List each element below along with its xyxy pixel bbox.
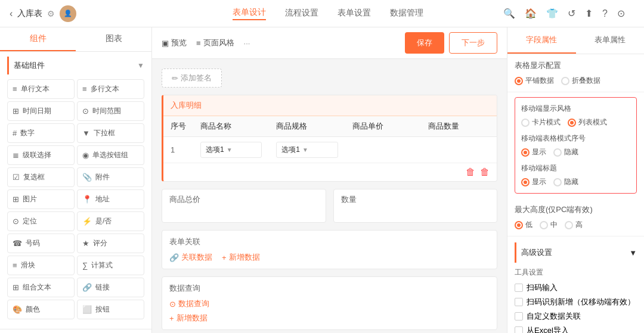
main-area: 组件 图表 基础组件 ▼ ≡ 单行文本 ≡ 多行文本 ⊞ 时间日期 bbox=[0, 27, 644, 333]
component-rating[interactable]: ★ 评分 bbox=[77, 234, 144, 253]
next-button[interactable]: 下一步 bbox=[449, 32, 497, 54]
option-height-high[interactable]: 高 bbox=[565, 220, 583, 230]
settings-icon[interactable]: ⊙ bbox=[617, 8, 625, 19]
row-col1[interactable]: 选项1 ▼ bbox=[193, 137, 269, 163]
component-slider[interactable]: ≡ 滑块 bbox=[7, 256, 75, 275]
nav-tabs: 表单设计 流程设置 表单设置 数据管理 bbox=[141, 7, 515, 20]
component-multi-text[interactable]: ≡ 多行文本 bbox=[77, 79, 144, 99]
component-combo-text[interactable]: ⊞ 组合文本 bbox=[7, 278, 75, 297]
component-radio[interactable]: ◉ 单选按钮组 bbox=[77, 145, 144, 165]
component-link[interactable]: 🔗 链接 bbox=[77, 278, 144, 297]
component-checkbox[interactable]: ☑ 复选框 bbox=[7, 167, 75, 187]
option-label-show[interactable]: 显示 bbox=[521, 177, 546, 187]
checkbox-custom-link-box[interactable] bbox=[515, 312, 523, 320]
tab-form-attr[interactable]: 表单属性 bbox=[576, 27, 645, 54]
radio-fold-data[interactable] bbox=[561, 77, 569, 85]
component-cascade[interactable]: ≣ 级联选择 bbox=[7, 145, 75, 165]
advanced-title[interactable]: 高级设置 ▼ bbox=[515, 242, 637, 263]
tab-data-mgmt[interactable]: 数据管理 bbox=[390, 8, 423, 20]
radio-index-hide[interactable] bbox=[553, 148, 562, 157]
component-time-range[interactable]: ⊙ 时间范围 bbox=[77, 101, 144, 121]
preview-button[interactable]: ▣ 预览 bbox=[162, 38, 187, 48]
tab-form-settings[interactable]: 表单设置 bbox=[338, 8, 371, 20]
radio-label-show[interactable] bbox=[521, 178, 530, 186]
add-data-button[interactable]: + 新增数据 bbox=[222, 252, 260, 263]
option-index-show[interactable]: 显示 bbox=[521, 147, 546, 157]
help-icon[interactable]: ? bbox=[602, 8, 608, 19]
sidebar-section-basic: 基础组件 ▼ bbox=[7, 57, 144, 74]
checkbox-excel-import[interactable]: 从Excel导入 bbox=[515, 325, 637, 333]
option-fold-data[interactable]: 折叠数据 bbox=[561, 76, 600, 86]
form-fields-row: 商品总价 数量 bbox=[162, 189, 497, 223]
option-index-hide[interactable]: 隐藏 bbox=[553, 147, 578, 157]
cascade-icon: ≣ bbox=[13, 151, 19, 160]
product-name-select[interactable]: 选项1 ▼ bbox=[200, 142, 262, 158]
radio-label-hide[interactable] bbox=[553, 178, 562, 186]
checkbox-excel-import-box[interactable] bbox=[515, 326, 523, 333]
option-height-low[interactable]: 低 bbox=[515, 220, 532, 230]
page-style-button[interactable]: ≡ 页面风格 bbox=[196, 38, 234, 48]
table-display-config: 表格显示配置 平铺数据 折叠数据 bbox=[507, 54, 644, 92]
sidebar-tab-charts[interactable]: 图表 bbox=[76, 27, 151, 51]
option-card-mode[interactable]: 卡片模式 bbox=[521, 117, 561, 127]
select-arrow: ▼ bbox=[227, 147, 233, 153]
radio-list-mode[interactable] bbox=[568, 119, 576, 127]
delete-subform-button[interactable]: 🗑 bbox=[480, 167, 490, 178]
radio-height-mid[interactable] bbox=[540, 221, 548, 229]
option-list-mode[interactable]: 列表模式 bbox=[568, 117, 607, 127]
home-icon[interactable]: 🏠 bbox=[525, 8, 537, 19]
checkbox-scan-new[interactable]: 扫码识别新增（仅移动端有效） bbox=[515, 297, 637, 307]
radio-height-low[interactable] bbox=[515, 221, 523, 229]
component-image[interactable]: ⊞ 图片 bbox=[7, 189, 75, 209]
component-datetime[interactable]: ⊞ 时间日期 bbox=[7, 101, 75, 121]
field-quantity-input[interactable] bbox=[341, 208, 490, 217]
add-label-button[interactable]: ✏ 添加签名 bbox=[162, 69, 222, 88]
component-attachment[interactable]: 📎 附件 bbox=[77, 167, 144, 187]
product-spec-select[interactable]: 选项1 ▼ bbox=[276, 142, 338, 158]
option-label-hide[interactable]: 隐藏 bbox=[553, 177, 578, 187]
radio-icon: ◉ bbox=[82, 151, 89, 160]
search-icon[interactable]: 🔍 bbox=[503, 8, 515, 19]
delete-row-button[interactable]: 🗑 bbox=[466, 167, 475, 178]
right-panel-tabs: 字段属性 表单属性 bbox=[507, 27, 644, 54]
tab-form-design[interactable]: 表单设计 bbox=[233, 7, 266, 20]
gear-icon[interactable]: ⚙ bbox=[47, 9, 55, 18]
row-col4 bbox=[421, 145, 497, 155]
row-col2[interactable]: 选项1 ▼ bbox=[269, 137, 345, 163]
field-total-price-input[interactable] bbox=[169, 208, 318, 217]
data-query-button[interactable]: ⊙ 数据查询 bbox=[169, 298, 490, 309]
radio-card-mode[interactable] bbox=[521, 119, 530, 127]
component-single-text[interactable]: ≡ 单行文本 bbox=[7, 79, 75, 99]
checkbox-scan-new-box[interactable] bbox=[515, 298, 523, 306]
component-button[interactable]: ⬜ 按钮 bbox=[77, 300, 144, 319]
option-height-mid[interactable]: 中 bbox=[540, 220, 558, 230]
component-phone[interactable]: ☎ 号码 bbox=[7, 234, 75, 253]
component-address[interactable]: 📍 地址 bbox=[77, 189, 144, 209]
add-new-data-button[interactable]: + 新增数据 bbox=[169, 313, 490, 323]
checkbox-scan-input[interactable]: 扫码输入 bbox=[515, 282, 637, 293]
component-yesno[interactable]: ⚡ 是/否 bbox=[77, 211, 144, 231]
link-actions: 🔗 关联数据 + 新增数据 bbox=[169, 252, 490, 263]
link-data-button[interactable]: 🔗 关联数据 bbox=[169, 252, 212, 263]
save-button[interactable]: 保存 bbox=[405, 32, 444, 54]
checkbox-custom-link[interactable]: 自定义数据关联 bbox=[515, 311, 637, 322]
component-number[interactable]: # 数字 bbox=[7, 123, 75, 143]
radio-flat-data[interactable] bbox=[515, 77, 523, 85]
component-dropdown[interactable]: ▼ 下拉框 bbox=[77, 123, 144, 143]
upload-icon[interactable]: ⬆ bbox=[585, 8, 593, 19]
refresh-icon[interactable]: ↺ bbox=[568, 8, 575, 19]
component-formula[interactable]: ∑ 计算式 bbox=[77, 256, 144, 275]
component-color[interactable]: 🎨 颜色 bbox=[7, 300, 75, 319]
sidebar-tab-components[interactable]: 组件 bbox=[0, 27, 76, 51]
tab-field-attr[interactable]: 字段属性 bbox=[507, 27, 576, 54]
section-arrow[interactable]: ▼ bbox=[137, 61, 144, 70]
checkbox-scan-input-box[interactable] bbox=[515, 284, 523, 292]
tab-flow-settings[interactable]: 流程设置 bbox=[285, 8, 318, 20]
shirt-icon[interactable]: 👕 bbox=[546, 8, 558, 19]
back-button[interactable]: ‹ bbox=[10, 8, 13, 19]
more-options-button[interactable]: ··· bbox=[244, 39, 250, 48]
radio-height-high[interactable] bbox=[565, 221, 573, 229]
option-flat-data[interactable]: 平铺数据 bbox=[515, 76, 554, 86]
radio-index-show[interactable] bbox=[521, 148, 530, 157]
component-location[interactable]: ⊙ 定位 bbox=[7, 211, 75, 231]
